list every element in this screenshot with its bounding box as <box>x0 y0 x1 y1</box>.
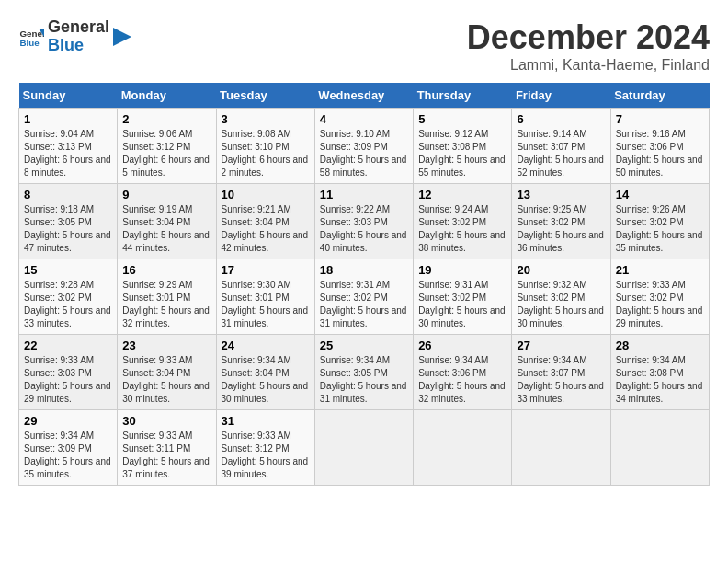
calendar-cell: 31Sunrise: 9:33 AMSunset: 3:12 PMDayligh… <box>216 410 314 486</box>
calendar-cell: 30Sunrise: 9:33 AMSunset: 3:11 PMDayligh… <box>118 410 216 486</box>
logo-general-text: General <box>48 18 109 37</box>
calendar-cell: 23Sunrise: 9:33 AMSunset: 3:04 PMDayligh… <box>118 335 216 410</box>
day-info: Sunrise: 9:33 AMSunset: 3:04 PMDaylight:… <box>122 354 210 406</box>
logo-arrow-icon <box>113 28 131 46</box>
day-number: 20 <box>517 263 605 277</box>
day-number: 11 <box>320 188 408 201</box>
day-info: Sunrise: 9:04 AMSunset: 3:13 PMDaylight:… <box>24 128 112 179</box>
calendar-cell: 4Sunrise: 9:10 AMSunset: 3:09 PMDaylight… <box>314 109 413 184</box>
day-info: Sunrise: 9:19 AMSunset: 3:04 PMDaylight:… <box>122 203 210 255</box>
day-number: 23 <box>122 339 210 352</box>
day-info: Sunrise: 9:21 AMSunset: 3:04 PMDaylight:… <box>222 203 310 255</box>
calendar-cell: 6Sunrise: 9:14 AMSunset: 3:07 PMDaylight… <box>512 109 610 184</box>
calendar-cell: 16Sunrise: 9:29 AMSunset: 3:01 PMDayligh… <box>118 259 216 335</box>
day-number: 28 <box>616 339 704 352</box>
day-info: Sunrise: 9:33 AMSunset: 3:12 PMDaylight:… <box>222 430 310 481</box>
calendar-cell <box>512 410 610 486</box>
day-number: 25 <box>320 339 408 352</box>
day-number: 3 <box>222 112 310 126</box>
day-info: Sunrise: 9:31 AMSunset: 3:02 PMDaylight:… <box>320 279 408 330</box>
day-number: 22 <box>24 339 112 352</box>
day-info: Sunrise: 9:34 AMSunset: 3:05 PMDaylight:… <box>320 354 408 406</box>
day-number: 31 <box>222 414 310 428</box>
day-info: Sunrise: 9:34 AMSunset: 3:07 PMDaylight:… <box>517 354 605 406</box>
calendar-cell: 26Sunrise: 9:34 AMSunset: 3:06 PMDayligh… <box>414 335 512 410</box>
page-header: General Blue General Blue December 2024 … <box>18 18 710 74</box>
calendar-week-1: 1Sunrise: 9:04 AMSunset: 3:13 PMDaylight… <box>19 109 710 184</box>
day-info: Sunrise: 9:12 AMSunset: 3:08 PMDaylight:… <box>418 128 506 179</box>
day-number: 27 <box>517 339 605 352</box>
day-number: 24 <box>222 339 310 352</box>
month-title: December 2024 <box>467 18 710 57</box>
calendar-cell <box>414 410 512 486</box>
day-info: Sunrise: 9:08 AMSunset: 3:10 PMDaylight:… <box>222 128 310 179</box>
calendar-cell: 18Sunrise: 9:31 AMSunset: 3:02 PMDayligh… <box>314 259 413 335</box>
column-header-saturday: Saturday <box>610 83 709 109</box>
day-number: 29 <box>24 414 112 428</box>
calendar-cell: 27Sunrise: 9:34 AMSunset: 3:07 PMDayligh… <box>512 335 610 410</box>
calendar-cell: 9Sunrise: 9:19 AMSunset: 3:04 PMDaylight… <box>118 184 216 259</box>
day-number: 10 <box>222 188 310 201</box>
svg-marker-3 <box>113 28 131 46</box>
calendar-cell: 17Sunrise: 9:30 AMSunset: 3:01 PMDayligh… <box>216 259 314 335</box>
day-number: 4 <box>320 112 408 126</box>
day-info: Sunrise: 9:30 AMSunset: 3:01 PMDaylight:… <box>222 279 310 330</box>
calendar-cell: 19Sunrise: 9:31 AMSunset: 3:02 PMDayligh… <box>414 259 512 335</box>
day-info: Sunrise: 9:14 AMSunset: 3:07 PMDaylight:… <box>517 128 605 179</box>
calendar-cell <box>610 410 709 486</box>
logo-blue-text: Blue <box>48 37 109 55</box>
day-info: Sunrise: 9:33 AMSunset: 3:02 PMDaylight:… <box>616 279 704 330</box>
calendar-table: SundayMondayTuesdayWednesdayThursdayFrid… <box>18 83 710 486</box>
day-number: 18 <box>320 263 408 277</box>
calendar-week-4: 22Sunrise: 9:33 AMSunset: 3:03 PMDayligh… <box>19 335 710 410</box>
column-header-friday: Friday <box>512 83 610 109</box>
day-number: 13 <box>517 188 605 201</box>
day-number: 8 <box>24 188 112 201</box>
day-info: Sunrise: 9:24 AMSunset: 3:02 PMDaylight:… <box>418 203 506 255</box>
day-number: 7 <box>616 112 704 126</box>
location-title: Lammi, Kanta-Haeme, Finland <box>467 57 710 74</box>
day-info: Sunrise: 9:34 AMSunset: 3:06 PMDaylight:… <box>418 354 506 406</box>
calendar-cell: 5Sunrise: 9:12 AMSunset: 3:08 PMDaylight… <box>414 109 512 184</box>
calendar-cell: 10Sunrise: 9:21 AMSunset: 3:04 PMDayligh… <box>216 184 314 259</box>
calendar-cell: 13Sunrise: 9:25 AMSunset: 3:02 PMDayligh… <box>512 184 610 259</box>
day-number: 21 <box>616 263 704 277</box>
day-info: Sunrise: 9:29 AMSunset: 3:01 PMDaylight:… <box>122 279 210 330</box>
day-info: Sunrise: 9:34 AMSunset: 3:09 PMDaylight:… <box>24 430 112 481</box>
day-info: Sunrise: 9:32 AMSunset: 3:02 PMDaylight:… <box>517 279 605 330</box>
calendar-cell: 29Sunrise: 9:34 AMSunset: 3:09 PMDayligh… <box>19 410 118 486</box>
title-block: December 2024 Lammi, Kanta-Haeme, Finlan… <box>467 18 710 74</box>
calendar-cell: 22Sunrise: 9:33 AMSunset: 3:03 PMDayligh… <box>19 335 118 410</box>
day-number: 16 <box>122 263 210 277</box>
calendar-cell: 11Sunrise: 9:22 AMSunset: 3:03 PMDayligh… <box>314 184 413 259</box>
day-info: Sunrise: 9:33 AMSunset: 3:03 PMDaylight:… <box>24 354 112 406</box>
calendar-cell: 7Sunrise: 9:16 AMSunset: 3:06 PMDaylight… <box>610 109 709 184</box>
day-info: Sunrise: 9:10 AMSunset: 3:09 PMDaylight:… <box>320 128 408 179</box>
calendar-cell: 12Sunrise: 9:24 AMSunset: 3:02 PMDayligh… <box>414 184 512 259</box>
day-number: 5 <box>418 112 506 126</box>
calendar-header-row: SundayMondayTuesdayWednesdayThursdayFrid… <box>19 83 710 109</box>
calendar-cell: 14Sunrise: 9:26 AMSunset: 3:02 PMDayligh… <box>610 184 709 259</box>
day-info: Sunrise: 9:16 AMSunset: 3:06 PMDaylight:… <box>616 128 704 179</box>
column-header-thursday: Thursday <box>414 83 512 109</box>
svg-text:Blue: Blue <box>19 38 40 48</box>
logo-icon: General Blue <box>18 24 44 50</box>
day-info: Sunrise: 9:06 AMSunset: 3:12 PMDaylight:… <box>122 128 210 179</box>
day-number: 26 <box>418 339 506 352</box>
day-number: 15 <box>24 263 112 277</box>
column-header-wednesday: Wednesday <box>314 83 413 109</box>
calendar-cell <box>314 410 413 486</box>
calendar-cell: 20Sunrise: 9:32 AMSunset: 3:02 PMDayligh… <box>512 259 610 335</box>
day-number: 9 <box>122 188 210 201</box>
calendar-cell: 1Sunrise: 9:04 AMSunset: 3:13 PMDaylight… <box>19 109 118 184</box>
day-number: 14 <box>616 188 704 201</box>
day-number: 17 <box>222 263 310 277</box>
calendar-cell: 15Sunrise: 9:28 AMSunset: 3:02 PMDayligh… <box>19 259 118 335</box>
calendar-week-3: 15Sunrise: 9:28 AMSunset: 3:02 PMDayligh… <box>19 259 710 335</box>
calendar-cell: 24Sunrise: 9:34 AMSunset: 3:04 PMDayligh… <box>216 335 314 410</box>
calendar-week-5: 29Sunrise: 9:34 AMSunset: 3:09 PMDayligh… <box>19 410 710 486</box>
day-info: Sunrise: 9:34 AMSunset: 3:08 PMDaylight:… <box>616 354 704 406</box>
column-header-monday: Monday <box>118 83 216 109</box>
calendar-cell: 2Sunrise: 9:06 AMSunset: 3:12 PMDaylight… <box>118 109 216 184</box>
column-header-tuesday: Tuesday <box>216 83 314 109</box>
